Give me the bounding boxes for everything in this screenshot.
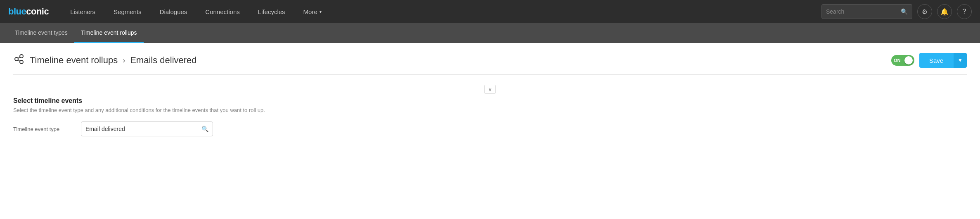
subnav-event-rollups[interactable]: Timeline event rollups xyxy=(74,23,144,43)
subnav-event-types[interactable]: Timeline event types xyxy=(8,23,74,43)
field-search-icon: 🔍 xyxy=(201,126,208,132)
section-description: Select the timeline event type and any a… xyxy=(13,107,967,113)
top-navigation: blueconic Listeners Segments Dialogues C… xyxy=(0,0,980,23)
settings-button[interactable]: ⚙ xyxy=(917,4,932,19)
event-type-input-container[interactable]: 🔍 xyxy=(81,121,213,136)
nav-item-dialogues[interactable]: Dialogues xyxy=(151,0,196,23)
svg-line-3 xyxy=(18,57,20,58)
nav-items: Listeners Segments Dialogues Connections… xyxy=(61,0,821,23)
logo[interactable]: blueconic xyxy=(8,6,49,17)
collapse-button[interactable]: ∨ xyxy=(484,85,496,94)
event-type-input[interactable] xyxy=(85,126,201,132)
breadcrumb: Timeline event rollups › Emails delivere… xyxy=(13,53,197,67)
breadcrumb-parent: Timeline event rollups xyxy=(30,55,118,66)
nav-item-segments[interactable]: Segments xyxy=(104,0,151,23)
breadcrumb-icon xyxy=(13,53,25,67)
help-button[interactable]: ? xyxy=(957,4,972,19)
notifications-button[interactable]: 🔔 xyxy=(937,4,952,19)
toggle-knob xyxy=(904,56,913,64)
search-input[interactable] xyxy=(826,8,901,15)
collapse-row: ∨ xyxy=(13,85,967,94)
search-icon: 🔍 xyxy=(901,8,908,15)
svg-point-2 xyxy=(20,60,23,64)
svg-line-4 xyxy=(18,60,20,61)
page-header: Timeline event rollups › Emails delivere… xyxy=(13,53,967,68)
field-label-event-type: Timeline event type xyxy=(13,126,71,132)
toggle-label: ON xyxy=(894,58,901,63)
breadcrumb-separator: › xyxy=(123,56,125,65)
save-dropdown-button[interactable]: ▼ xyxy=(953,53,967,68)
chevron-down-icon: ∨ xyxy=(488,86,492,93)
svg-point-1 xyxy=(20,55,23,58)
help-icon: ? xyxy=(963,8,966,15)
breadcrumb-current: Emails delivered xyxy=(130,55,196,66)
svg-point-0 xyxy=(15,57,18,61)
nav-item-listeners[interactable]: Listeners xyxy=(61,0,104,23)
header-divider xyxy=(13,74,967,75)
save-button[interactable]: Save xyxy=(919,53,953,68)
logo-blue: blue xyxy=(8,6,26,17)
bell-icon: 🔔 xyxy=(940,8,949,16)
search-box[interactable]: 🔍 xyxy=(821,4,912,19)
nav-item-lifecycles[interactable]: Lifecycles xyxy=(249,0,294,23)
nav-more-arrow: ▾ xyxy=(320,10,322,14)
main-content: Timeline event rollups › Emails delivere… xyxy=(0,43,980,146)
timeline-event-type-field: Timeline event type 🔍 xyxy=(13,121,967,136)
nav-right: 🔍 ⚙ 🔔 ? xyxy=(821,4,972,19)
header-right: ON Save ▼ xyxy=(891,53,967,68)
sub-navigation: Timeline event types Timeline event roll… xyxy=(0,23,980,43)
nav-item-more[interactable]: More ▾ xyxy=(294,0,331,23)
enabled-toggle[interactable]: ON xyxy=(891,55,914,66)
section-title: Select timeline events xyxy=(13,97,967,105)
settings-icon: ⚙ xyxy=(922,8,928,16)
logo-white: conic xyxy=(26,6,49,17)
nav-item-connections[interactable]: Connections xyxy=(196,0,249,23)
nav-more-label: More xyxy=(303,8,317,15)
select-timeline-events-section: Select timeline events Select the timeli… xyxy=(13,97,967,136)
save-button-group: Save ▼ xyxy=(919,53,967,68)
toggle-container: ON xyxy=(891,55,914,66)
